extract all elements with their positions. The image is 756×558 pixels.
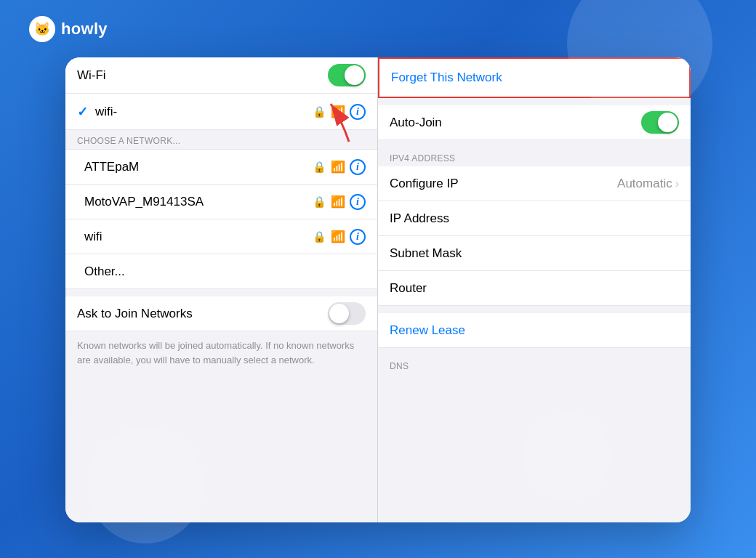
lock-icon-motovap: 🔒	[313, 195, 326, 209]
configure-ip-value: Automatic	[617, 177, 672, 191]
info-icon-motovap[interactable]: i	[350, 194, 366, 210]
renew-lease-row[interactable]: Renew Lease	[378, 313, 691, 348]
logo-icon: 🐱	[29, 16, 55, 42]
bg-decoration-2	[87, 427, 204, 543]
info-icon-attepa[interactable]: i	[350, 159, 366, 175]
subnet-mask-label: Subnet Mask	[390, 246, 679, 261]
renew-lease-label: Renew Lease	[390, 323, 465, 338]
current-network-row: ✓ wifi- 🔒 📶 i	[65, 94, 377, 130]
forget-network-label: Forget This Network	[391, 70, 502, 85]
separator-1	[65, 289, 377, 296]
network-item-wifi[interactable]: wifi 🔒 📶 i	[65, 219, 377, 254]
ask-join-row: Ask to Join Networks	[65, 296, 377, 331]
other-row[interactable]: Other...	[65, 254, 377, 289]
configure-ip-label: Configure IP	[390, 177, 617, 191]
network-name-attepa: ATTEpaM	[84, 160, 313, 174]
configure-ip-row[interactable]: Configure IP Automatic ›	[378, 166, 691, 201]
ask-join-toggle[interactable]	[328, 302, 366, 325]
subnet-mask-row: Subnet Mask	[378, 236, 691, 271]
ip-address-label: IP Address	[390, 211, 679, 226]
network-icons-attepa: 🔒 📶 i	[313, 159, 366, 175]
help-text: Known networks will be joined automatica…	[65, 331, 377, 374]
ip-address-row: IP Address	[378, 201, 691, 236]
bg-decoration-3	[523, 413, 611, 500]
other-label: Other...	[84, 264, 366, 279]
info-icon-wifi[interactable]: i	[350, 229, 366, 245]
wifi-icon-attepa: 📶	[331, 160, 345, 174]
ipv4-section-label: IPV4 ADDRESS	[378, 147, 691, 166]
dns-section-label: DNS	[378, 355, 691, 374]
ask-join-label: Ask to Join Networks	[77, 307, 328, 321]
router-label: Router	[390, 281, 679, 296]
network-item-attepa[interactable]: ATTEpaM 🔒 📶 i	[65, 150, 377, 185]
chevron-icon: ›	[675, 177, 679, 190]
header: 🐱 howly	[29, 16, 108, 42]
spacer-3	[378, 306, 691, 313]
auto-join-label: Auto-Join	[390, 116, 641, 130]
wifi-icon-wifi: 📶	[331, 230, 345, 243]
wifi-label: Wi-Fi	[77, 68, 328, 83]
network-name-wifi: wifi	[84, 230, 313, 244]
network-icons-motovap: 🔒 📶 i	[313, 194, 366, 210]
info-icon[interactable]: i	[350, 104, 366, 120]
wifi-toggle[interactable]	[328, 64, 366, 86]
lock-icon-wifi: 🔒	[313, 230, 326, 243]
wifi-icon-motovap: 📶	[331, 195, 345, 209]
spacer-4	[378, 348, 691, 355]
current-network-name: wifi-	[95, 105, 313, 119]
spacer-2	[378, 140, 691, 147]
network-icons-wifi: 🔒 📶 i	[313, 229, 366, 245]
choose-network-label: CHOOSE A NETWORK...	[65, 130, 377, 150]
wifi-signal-icon: 📶	[331, 105, 345, 118]
brand-name: howly	[61, 20, 108, 39]
auto-join-toggle[interactable]	[641, 111, 679, 134]
checkmark-icon: ✓	[77, 104, 88, 120]
lock-icon: 🔒	[313, 105, 326, 118]
lock-icon-attepa: 🔒	[313, 161, 326, 174]
network-name-motovap: MotoVAP_M91413SA	[84, 195, 313, 209]
router-row: Router	[378, 271, 691, 306]
current-network-icons: 🔒 📶 i	[313, 104, 366, 120]
wifi-main-row: Wi-Fi	[65, 57, 377, 94]
network-item-motovap[interactable]: MotoVAP_M91413SA 🔒 📶 i	[65, 185, 377, 219]
